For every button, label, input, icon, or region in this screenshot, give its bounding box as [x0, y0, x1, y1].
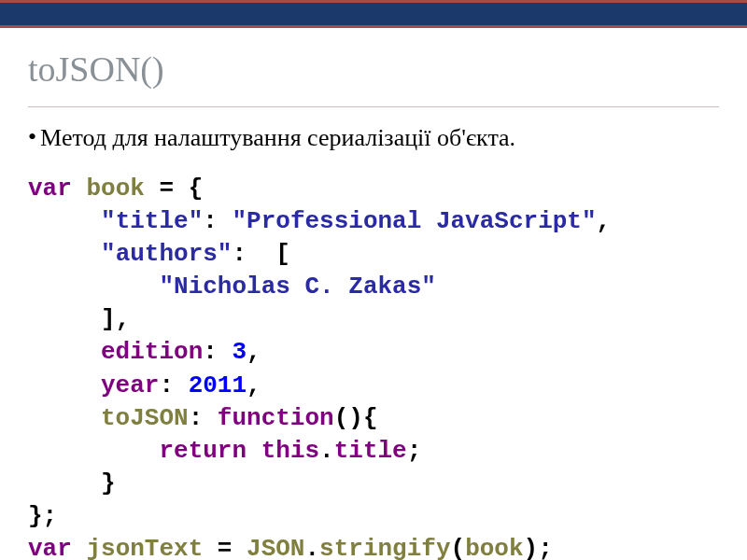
keyword-var2: var	[28, 535, 72, 560]
arg-book: book	[465, 535, 523, 560]
code-block: var book = { "title": "Professional Java…	[28, 173, 719, 560]
number-year: 2011	[189, 371, 247, 399]
prop-title-key: title	[116, 207, 189, 235]
header-band	[0, 0, 747, 28]
ident-json: JSON	[247, 535, 304, 560]
keyword-var: var	[28, 175, 72, 203]
bullet-text: Метод для налаштування сериалізації об'є…	[40, 124, 515, 152]
keyword-this: this	[261, 437, 319, 465]
string-title-value: Professional JavaScript	[247, 207, 582, 235]
ident-book: book	[86, 175, 144, 203]
keyword-function: function	[218, 404, 334, 432]
number-edition: 3	[232, 338, 247, 366]
prop-year: year	[101, 371, 159, 399]
slide-content: toJSON() • Метод для налаштування сериал…	[0, 28, 747, 560]
string-open: "	[101, 207, 116, 235]
ident-stringify: stringify	[319, 535, 450, 560]
string-author: Nicholas C. Zakas	[174, 273, 421, 301]
slide-title: toJSON()	[28, 49, 719, 107]
prop-tojson: toJSON	[101, 404, 189, 432]
bullet-item: • Метод для налаштування сериалізації об…	[28, 124, 719, 152]
prop-edition: edition	[101, 338, 203, 366]
bullet-dot: •	[28, 124, 36, 150]
keyword-return: return	[159, 437, 247, 465]
prop-title-ref: title	[334, 437, 407, 465]
prop-authors-key: authors	[116, 240, 218, 268]
ident-jsontext: jsonText	[86, 535, 203, 560]
